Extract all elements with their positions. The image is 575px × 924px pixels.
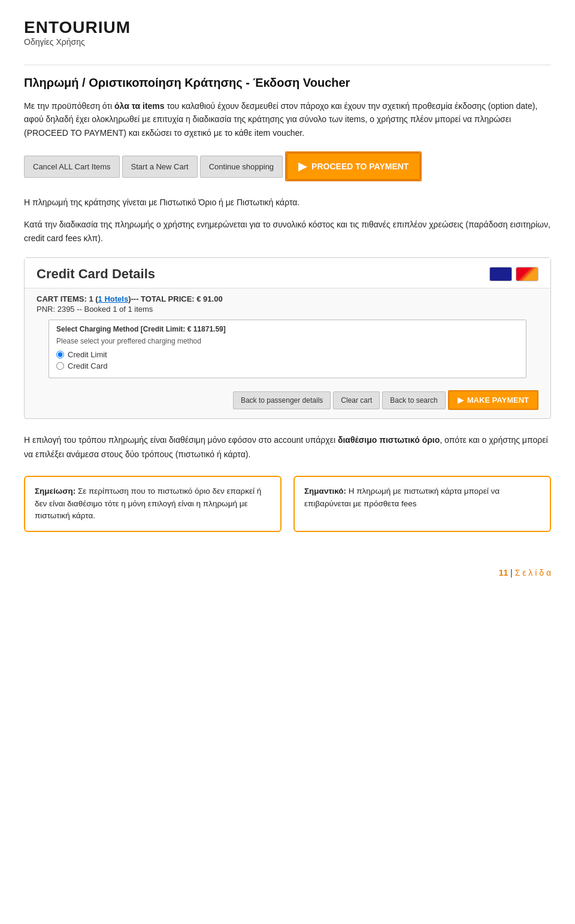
proceed-payment-wrapper: ▶ PROCEED TO PAYMENT — [285, 151, 422, 181]
page-footer: 11 | Σ ε λ ί δ α — [24, 568, 551, 578]
make-payment-button[interactable]: ▶ MAKE PAYMENT — [448, 390, 538, 410]
page-number: 11 — [499, 568, 509, 578]
intro-bold: όλα τα items — [114, 101, 165, 111]
notice-boxes: Σημείωση: Σε περίπτωση που το πιστωτικό … — [24, 476, 551, 533]
payment-text: Η πληρωμή της κράτησης γίνεται με Πιστωτ… — [24, 196, 551, 209]
account-paragraph: Η επιλογή του τρόπου πληρωμής είναι διαθ… — [24, 433, 551, 461]
cc-method-hint: Please select your preffered charging me… — [56, 337, 519, 345]
cc-method-label: Select Charging Method [Credit Limit: € … — [56, 325, 519, 333]
hotels-link[interactable]: 1 Hotels — [98, 294, 129, 303]
cart-action-buttons: Cancel ALL Cart Items Start a New Cart C… — [24, 151, 551, 181]
cc-actions: Back to passenger details Clear cart Bac… — [25, 384, 550, 410]
site-subtitle: Οδηγίες Χρήσης — [24, 37, 551, 47]
credit-card-radio-row: Credit Card — [56, 361, 519, 370]
account-text-1: Η επιλογή του τρόπου πληρωμής είναι διαθ… — [24, 435, 338, 445]
credit-limit-label: Credit Limit — [68, 350, 107, 359]
proceed-label: PROCEED TO PAYMENT — [311, 162, 408, 171]
make-payment-label: MAKE PAYMENT — [467, 396, 529, 405]
credit-card-details-box: Credit Card Details CART ITEMS: 1 (1 Hot… — [24, 257, 551, 419]
intro-paragraph: Με την προϋπόθεση ότι όλα τα items του κ… — [24, 99, 551, 139]
notice-left-title: Σημείωση: — [35, 487, 75, 496]
continue-shopping-button[interactable]: Continue shopping — [200, 156, 283, 178]
notice-right-box: Σημαντικό: Η πληρωμή με πιστωτική κάρτα … — [293, 476, 551, 533]
visa-icon — [489, 267, 512, 281]
cc-method-box: Select Charging Method [Credit Limit: € … — [49, 320, 526, 378]
cart-items-prefix: CART ITEMS: 1 ( — [37, 294, 98, 303]
cart-items-line: CART ITEMS: 1 (1 Hotels)--- TOTAL PRICE:… — [37, 294, 538, 303]
proceed-to-payment-button[interactable]: ▶ PROCEED TO PAYMENT — [286, 153, 420, 180]
footer-separator: | — [508, 568, 515, 578]
credit-card-label: Credit Card — [68, 361, 107, 370]
site-title: ENTOURIUM — [24, 18, 551, 37]
cancel-all-cart-button[interactable]: Cancel ALL Cart Items — [24, 156, 120, 178]
notice-left-box: Σημείωση: Σε περίπτωση που το πιστωτικό … — [24, 476, 282, 533]
mastercard-icon — [516, 267, 538, 281]
back-to-search-button[interactable]: Back to search — [382, 391, 445, 409]
cc-box-header: Credit Card Details — [25, 258, 550, 288]
pnr-line: PNR: 2395 -- Booked 1 of 1 items — [37, 305, 538, 314]
credit-limit-radio[interactable] — [56, 351, 64, 358]
new-cart-button[interactable]: Start a New Cart — [122, 156, 198, 178]
account-bold: διαθέσιμο πιστωτικό όριο — [338, 435, 440, 445]
credit-card-radio[interactable] — [56, 362, 64, 370]
cc-info: CART ITEMS: 1 (1 Hotels)--- TOTAL PRICE:… — [25, 288, 550, 384]
page-label: Σ ε λ ί δ α — [515, 568, 551, 578]
clear-cart-button[interactable]: Clear cart — [333, 391, 380, 409]
payment-arrow-icon: ▶ — [458, 396, 464, 405]
page-title: Πληρωμή / Οριστικοποίηση Κράτησης - Έκδο… — [24, 76, 551, 90]
cc-title: Credit Card Details — [37, 266, 155, 282]
credit-limit-radio-row: Credit Limit — [56, 350, 519, 359]
payment-process-text: Κατά την διαδικασία της πληρωμής ο χρήστ… — [24, 218, 551, 245]
back-to-passenger-button[interactable]: Back to passenger details — [233, 391, 331, 409]
cart-items-suffix: )--- TOTAL PRICE: € 91.00 — [128, 294, 222, 303]
cc-card-icons — [489, 267, 538, 281]
notice-right-title: Σημαντικό: — [304, 487, 346, 496]
intro-text-1: Με την προϋπόθεση ότι — [24, 101, 114, 111]
arrow-right-icon: ▶ — [298, 160, 307, 173]
